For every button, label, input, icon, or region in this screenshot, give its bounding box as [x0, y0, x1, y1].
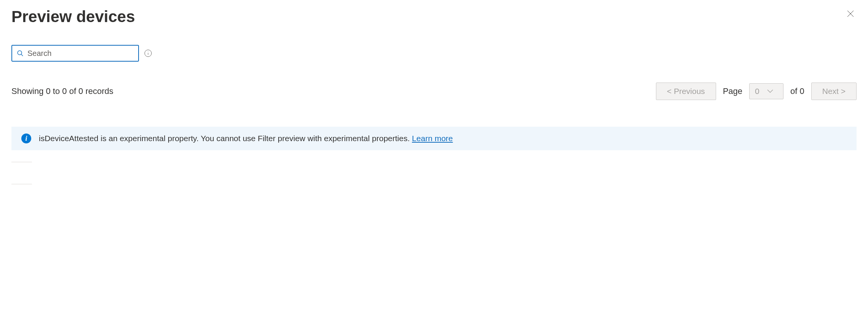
next-button[interactable]: Next >: [811, 83, 857, 100]
info-icon[interactable]: [144, 49, 152, 57]
records-status: Showing 0 to 0 of 0 records: [11, 86, 113, 96]
page-title: Preview devices: [11, 8, 135, 26]
pagination: < Previous Page 0 of 0 Next >: [656, 83, 857, 100]
search-icon: [17, 50, 24, 57]
divider: [11, 162, 32, 162]
svg-point-6: [148, 51, 148, 52]
close-icon: [846, 9, 855, 19]
close-button[interactable]: [844, 8, 857, 21]
page-select[interactable]: 0: [749, 83, 783, 99]
svg-line-3: [21, 54, 23, 56]
callout-text: isDeviceAttested is an experimental prop…: [39, 134, 453, 143]
divider: [11, 184, 32, 184]
previous-button[interactable]: < Previous: [656, 83, 716, 100]
info-filled-icon: i: [21, 134, 31, 143]
learn-more-link[interactable]: Learn more: [412, 134, 453, 143]
search-box[interactable]: [11, 45, 139, 62]
info-callout: i isDeviceAttested is an experimental pr…: [11, 127, 857, 150]
page-select-value: 0: [755, 87, 760, 96]
page-label: Page: [723, 86, 742, 96]
chevron-down-icon: [767, 88, 773, 94]
search-input[interactable]: [27, 49, 134, 58]
page-of-label: of 0: [790, 86, 804, 96]
callout-message: isDeviceAttested is an experimental prop…: [39, 134, 412, 143]
svg-point-2: [18, 51, 22, 55]
